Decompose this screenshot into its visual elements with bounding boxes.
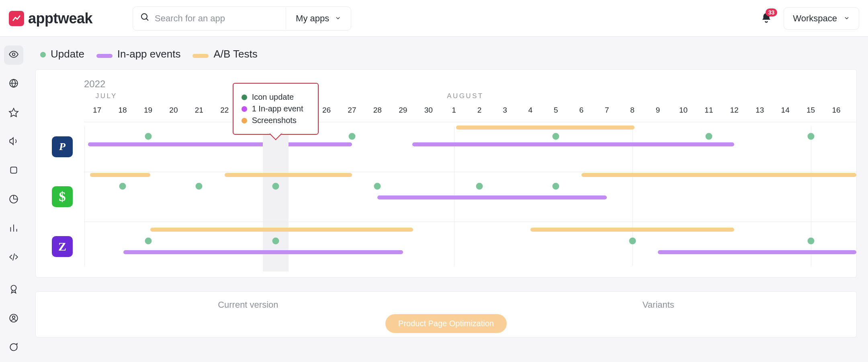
day-label[interactable]: 5 bbox=[554, 106, 558, 115]
app-icon-zelle[interactable]: Z bbox=[52, 236, 73, 257]
timeline-months: JULYAUGUST bbox=[84, 92, 856, 103]
day-label[interactable]: 22 bbox=[220, 106, 229, 115]
search-group: Search for an app My apps bbox=[133, 6, 351, 31]
day-label[interactable]: 14 bbox=[781, 106, 790, 115]
notifications-button[interactable]: 33 bbox=[760, 12, 772, 25]
top-bar: apptweak Search for an app My apps 33 Wo… bbox=[0, 0, 868, 37]
update-dot[interactable] bbox=[705, 133, 712, 140]
day-label[interactable]: 2 bbox=[477, 106, 482, 115]
day-label[interactable]: 16 bbox=[832, 106, 840, 115]
search-placeholder: Search for an app bbox=[155, 13, 225, 24]
day-label[interactable]: 11 bbox=[704, 106, 713, 115]
my-apps-dropdown[interactable]: My apps bbox=[286, 8, 351, 29]
search-input[interactable]: Search for an app bbox=[133, 7, 286, 30]
update-dot[interactable] bbox=[807, 133, 814, 140]
in-app-event-bar[interactable] bbox=[377, 195, 607, 200]
nav-pie[interactable] bbox=[4, 190, 23, 210]
update-dot[interactable] bbox=[145, 133, 151, 140]
update-dot[interactable] bbox=[119, 183, 126, 190]
main-layout: Update In-app events A/B Tests 2022 JULY… bbox=[0, 37, 868, 362]
my-apps-label: My apps bbox=[296, 13, 329, 24]
variants-label: Variants bbox=[643, 300, 674, 310]
update-dot[interactable] bbox=[476, 183, 483, 190]
brand-name: apptweak bbox=[28, 10, 92, 27]
update-dot[interactable] bbox=[553, 183, 559, 190]
ab-test-bar[interactable] bbox=[225, 173, 352, 177]
nav-overview[interactable] bbox=[4, 45, 23, 65]
bar-chart-icon bbox=[8, 223, 19, 235]
in-app-event-bar[interactable] bbox=[88, 142, 352, 146]
app-icon-paypal[interactable]: P bbox=[52, 136, 73, 157]
day-label[interactable]: 15 bbox=[807, 106, 815, 115]
day-label[interactable]: 6 bbox=[579, 106, 583, 115]
update-dot[interactable] bbox=[272, 183, 279, 190]
product-page-optimization-pill[interactable]: Product Page Optimization bbox=[385, 314, 507, 333]
day-label[interactable]: 1 bbox=[452, 106, 456, 115]
svg-point-2 bbox=[12, 53, 15, 56]
in-app-event-bar[interactable] bbox=[123, 250, 403, 254]
in-app-events-bar-icon bbox=[96, 54, 113, 58]
side-nav bbox=[0, 37, 27, 362]
update-dot[interactable] bbox=[145, 238, 151, 245]
day-label[interactable]: 19 bbox=[144, 106, 152, 115]
day-label[interactable]: 21 bbox=[195, 106, 203, 115]
ab-test-bar[interactable] bbox=[456, 125, 635, 130]
nav-square[interactable] bbox=[4, 161, 23, 181]
ab-test-bar[interactable] bbox=[90, 173, 150, 177]
day-label[interactable]: 29 bbox=[399, 106, 407, 115]
nav-award[interactable] bbox=[4, 280, 23, 300]
day-label[interactable]: 3 bbox=[503, 106, 507, 115]
in-app-event-bar[interactable] bbox=[412, 142, 734, 146]
update-dot[interactable] bbox=[272, 238, 279, 245]
day-label[interactable]: 26 bbox=[322, 106, 331, 115]
star-icon bbox=[8, 107, 19, 119]
nav-chat[interactable] bbox=[4, 338, 23, 358]
update-dot[interactable] bbox=[629, 238, 636, 245]
day-label[interactable]: 17 bbox=[93, 106, 101, 115]
ab-test-bar[interactable] bbox=[530, 228, 734, 232]
brand[interactable]: apptweak bbox=[9, 10, 92, 27]
day-label[interactable]: 7 bbox=[605, 106, 609, 115]
day-label[interactable]: 12 bbox=[730, 106, 739, 115]
nav-star[interactable] bbox=[4, 103, 23, 123]
nav-globe[interactable] bbox=[4, 74, 23, 94]
timeline-track[interactable] bbox=[84, 222, 856, 272]
ab-test-bar[interactable] bbox=[150, 228, 413, 232]
day-label[interactable]: 10 bbox=[679, 106, 688, 115]
day-label[interactable]: 30 bbox=[424, 106, 433, 115]
legend-update[interactable]: Update bbox=[40, 48, 84, 60]
search-icon bbox=[140, 12, 150, 25]
day-label[interactable]: 27 bbox=[348, 106, 356, 115]
nav-code[interactable] bbox=[4, 248, 23, 267]
nav-account[interactable] bbox=[4, 309, 23, 329]
timeline-row-cashapp: $ bbox=[36, 172, 856, 222]
legend: Update In-app events A/B Tests bbox=[40, 48, 857, 60]
workspace-dropdown[interactable]: Workspace bbox=[784, 7, 859, 30]
nav-megaphone[interactable] bbox=[4, 132, 23, 152]
update-dot[interactable] bbox=[374, 183, 381, 190]
app-icon-cashapp[interactable]: $ bbox=[52, 186, 73, 207]
timeline-track[interactable] bbox=[84, 172, 856, 222]
update-dot[interactable] bbox=[196, 183, 203, 190]
nav-bars[interactable] bbox=[4, 219, 23, 239]
day-label[interactable]: 18 bbox=[119, 106, 127, 115]
timeline-days: 1718192021222324252627282930123456789101… bbox=[84, 106, 856, 118]
day-label[interactable]: 8 bbox=[630, 106, 635, 115]
update-dot[interactable] bbox=[553, 133, 559, 140]
tooltip-dot-icon bbox=[242, 118, 247, 123]
legend-ab-tests[interactable]: A/B Tests bbox=[192, 48, 257, 60]
day-label[interactable]: 28 bbox=[373, 106, 382, 115]
day-label[interactable]: 4 bbox=[528, 106, 533, 115]
day-label[interactable]: 20 bbox=[169, 106, 178, 115]
day-label[interactable]: 13 bbox=[755, 106, 764, 115]
update-dot[interactable] bbox=[348, 133, 355, 140]
day-label[interactable]: 9 bbox=[656, 106, 660, 115]
update-dot[interactable] bbox=[807, 238, 814, 245]
legend-in-app-events[interactable]: In-app events bbox=[96, 48, 181, 60]
in-app-event-bar[interactable] bbox=[658, 250, 856, 254]
workspace-label: Workspace bbox=[793, 13, 837, 24]
code-icon bbox=[8, 252, 19, 264]
svg-line-7 bbox=[13, 253, 14, 260]
timeline-track[interactable] bbox=[84, 122, 856, 172]
ab-test-bar[interactable] bbox=[768, 173, 856, 177]
